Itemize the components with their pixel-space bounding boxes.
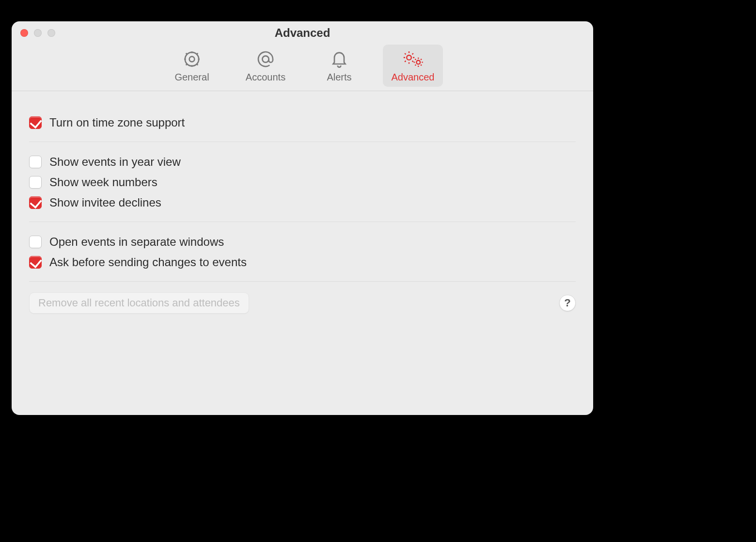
option-separate-windows[interactable]: Open events in separate windows (29, 232, 576, 252)
preferences-toolbar: General Accounts Alerts (12, 45, 593, 91)
tab-accounts[interactable]: Accounts (236, 45, 296, 87)
checkbox-label: Turn on time zone support (49, 116, 185, 129)
tab-label: Alerts (327, 72, 351, 82)
at-sign-icon (238, 49, 293, 69)
minimize-window-button[interactable] (34, 29, 42, 37)
tab-label: Accounts (246, 72, 285, 82)
titlebar: Advanced (12, 21, 593, 45)
tab-advanced[interactable]: Advanced (383, 45, 443, 87)
close-window-button[interactable] (20, 29, 28, 37)
svg-point-4 (416, 61, 420, 64)
preferences-body: Turn on time zone support Show events in… (12, 91, 593, 415)
svg-point-1 (185, 52, 199, 66)
option-ask-before-send[interactable]: Ask before sending changes to events (29, 252, 576, 272)
remove-recents-button[interactable]: Remove all recent locations and attendee… (29, 292, 249, 314)
tab-label: General (174, 72, 209, 82)
window-controls (20, 29, 55, 37)
option-year-view[interactable]: Show events in year view (29, 152, 576, 172)
checkbox-label: Show invitee declines (49, 196, 161, 209)
svg-point-0 (189, 57, 195, 62)
preferences-window: Advanced General Accounts (12, 21, 593, 415)
checkbox-ask-before-send[interactable] (29, 256, 42, 269)
checkbox-week-numbers[interactable] (29, 176, 42, 189)
checkbox-label: Show week numbers (49, 175, 158, 189)
bell-icon (312, 49, 366, 69)
section-events: Open events in separate windows Ask befo… (29, 222, 576, 281)
checkbox-separate-windows[interactable] (29, 236, 42, 248)
section-timezone: Turn on time zone support (29, 103, 576, 142)
option-week-numbers[interactable]: Show week numbers (29, 172, 576, 192)
svg-point-3 (407, 55, 411, 60)
gears-icon (386, 49, 440, 69)
tab-general[interactable]: General (162, 45, 222, 87)
section-show: Show events in year view Show week numbe… (29, 142, 576, 222)
option-timezone[interactable]: Turn on time zone support (29, 112, 576, 133)
option-invitee-declines[interactable]: Show invitee declines (29, 192, 576, 213)
checkbox-label: Open events in separate windows (49, 235, 224, 249)
checkbox-label: Ask before sending changes to events (49, 255, 247, 269)
checkbox-invitee-declines[interactable] (29, 196, 42, 209)
help-button[interactable]: ? (559, 295, 576, 311)
tab-alerts[interactable]: Alerts (309, 45, 369, 87)
checkbox-year-view[interactable] (29, 156, 42, 168)
zoom-window-button[interactable] (47, 29, 55, 37)
gear-icon (165, 49, 219, 69)
tab-label: Advanced (392, 72, 435, 82)
footer: Remove all recent locations and attendee… (29, 281, 576, 314)
svg-point-2 (262, 56, 268, 62)
checkbox-label: Show events in year view (49, 155, 181, 169)
checkbox-timezone[interactable] (29, 116, 42, 129)
window-title: Advanced (12, 26, 593, 40)
